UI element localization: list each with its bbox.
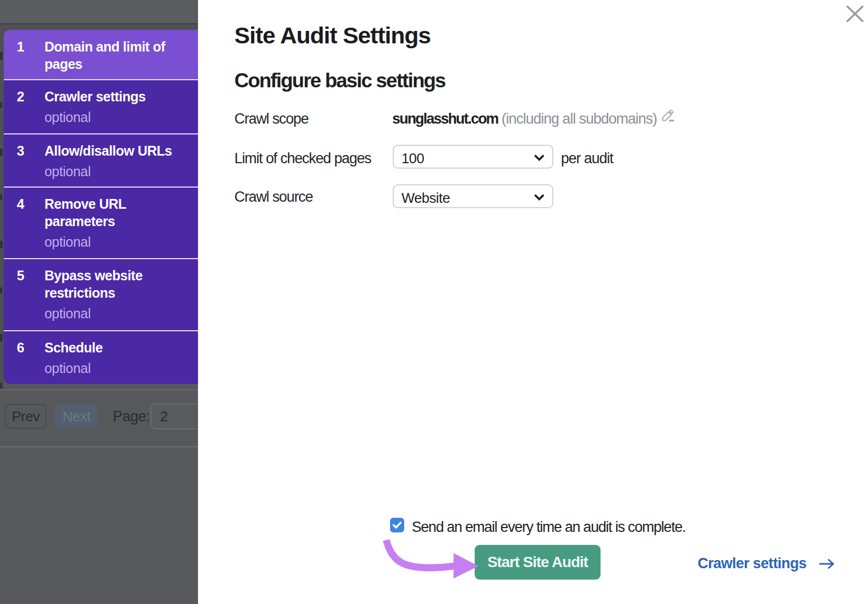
step-optional-label: optional	[44, 233, 180, 250]
crawl-scope-domain: sunglasshut.com	[392, 111, 498, 127]
step-title: Remove URL parameters	[44, 195, 180, 230]
prev-button[interactable]: Prev	[5, 404, 47, 429]
page-label: Page:	[113, 403, 150, 429]
step-title: Crawler settings	[44, 88, 180, 105]
step-number: 2	[17, 88, 24, 105]
next-button[interactable]: Next	[55, 404, 98, 429]
crawler-settings-link-label: Crawler settings	[698, 555, 806, 572]
step-allow-disallow-urls[interactable]: 3 Allow/disallow URLs optional	[4, 133, 198, 187]
chevron-down-icon	[534, 194, 545, 201]
step-number: 5	[17, 267, 24, 284]
step-number: 1	[17, 38, 24, 55]
page-number-input[interactable]: 2	[150, 403, 198, 429]
step-schedule[interactable]: 6 Schedule optional	[4, 330, 198, 384]
backdrop-text-fragment	[0, 194, 2, 200]
backdrop-text-fragment	[0, 383, 2, 389]
crawl-source-label: Crawl source	[234, 189, 312, 205]
backdrop-text-fragment	[0, 334, 3, 342]
step-title: Allow/disallow URLs	[44, 142, 180, 159]
email-checkbox[interactable]	[390, 518, 404, 532]
step-title: Schedule	[44, 339, 180, 356]
backdrop-top-band	[0, 0, 198, 23]
step-number: 3	[17, 142, 24, 159]
step-title: Domain and limit of pages	[44, 38, 180, 73]
backdrop-text-fragment	[0, 241, 3, 248]
chevron-down-icon	[534, 154, 545, 162]
backdrop-text-fragment	[0, 287, 2, 293]
limit-select[interactable]: 100	[393, 145, 553, 169]
backdrop-text-fragment	[0, 52, 3, 60]
crawl-source-select-value: Website	[401, 190, 450, 206]
wizard-steps-sidebar: 1 Domain and limit of pages 2 Crawler se…	[4, 30, 198, 384]
backdrop-divider-1	[0, 389, 198, 390]
crawl-scope-label: Crawl scope	[234, 111, 308, 127]
step-optional-label: optional	[44, 163, 180, 180]
step-title: Bypass website restrictions	[44, 267, 180, 301]
step-number: 6	[17, 339, 24, 356]
backdrop-text-fragment	[0, 149, 3, 156]
crawl-scope-value: sunglasshut.com (including all subdomain…	[392, 111, 657, 127]
close-icon[interactable]	[845, 4, 865, 24]
crawl-scope-note: (including all subdomains)	[498, 111, 657, 127]
section-heading: Configure basic settings	[234, 69, 445, 92]
step-number: 4	[17, 195, 24, 213]
step-bypass-website-restrictions[interactable]: 5 Bypass website restrictions optional	[4, 258, 198, 330]
pencil-edit-icon[interactable]	[661, 108, 675, 123]
step-remove-url-parameters[interactable]: 4 Remove URL parameters optional	[4, 187, 198, 258]
pagination-bar: Prev Next Page: 2	[0, 403, 198, 430]
backdrop-divider-2	[0, 446, 198, 447]
backdrop-text-fragment	[0, 102, 2, 108]
per-audit-suffix: per audit	[561, 150, 613, 167]
step-optional-label: optional	[44, 108, 180, 126]
arrow-right-icon	[819, 558, 834, 570]
step-crawler-settings[interactable]: 2 Crawler settings optional	[4, 79, 198, 133]
crawl-source-select[interactable]: Website	[393, 184, 553, 208]
step-optional-label: optional	[44, 305, 180, 322]
modal-title: Site Audit Settings	[234, 22, 431, 49]
site-audit-settings-modal: Site Audit Settings Configure basic sett…	[198, 0, 868, 604]
checkbox-check-icon	[390, 518, 404, 532]
crawler-settings-link[interactable]: Crawler settings	[698, 555, 834, 572]
limit-of-checked-pages-label: Limit of checked pages	[234, 150, 371, 167]
annotation-arrow-icon	[361, 534, 496, 588]
limit-select-value: 100	[401, 150, 424, 166]
email-checkbox-label: Send an email every time an audit is com…	[412, 519, 686, 536]
step-domain-and-limit[interactable]: 1 Domain and limit of pages	[4, 30, 198, 79]
step-optional-label: optional	[44, 359, 180, 377]
email-checkbox-row: Send an email every time an audit is com…	[390, 518, 686, 536]
